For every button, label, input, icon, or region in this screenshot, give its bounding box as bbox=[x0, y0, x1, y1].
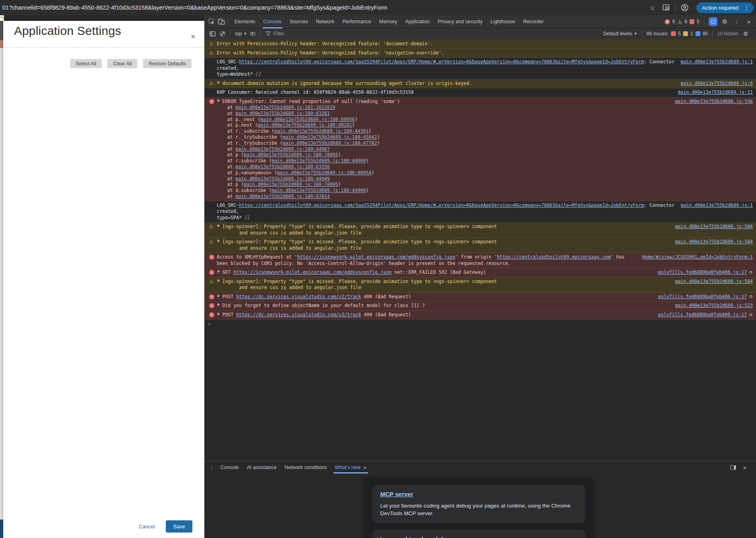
expand-triangle-icon[interactable] bbox=[218, 270, 220, 273]
stack-frame-link[interactable]: main.d08e13e755b2d689.js:180:60056 bbox=[260, 117, 355, 122]
warning-badge-icon[interactable]: ⚠ bbox=[677, 19, 682, 24]
source-file-link[interactable]: polyfills.fed6889ba0feb400.js:17 bbox=[658, 269, 747, 276]
drawer-tab-console[interactable]: Console bbox=[216, 461, 243, 473]
action-required-button[interactable]: Action required ⋮ bbox=[696, 2, 754, 13]
expand-triangle-icon[interactable] bbox=[218, 81, 220, 84]
console-link[interactable]: https://icsnewyork-pilot.epicorsaas.com/… bbox=[297, 254, 456, 260]
cancel-button[interactable]: Cancel bbox=[139, 524, 155, 530]
inspect-element-icon[interactable] bbox=[207, 17, 216, 26]
request-settings-icon[interactable]: ⚙ bbox=[749, 312, 753, 318]
stack-frame-link[interactable]: main.d08e13e755b2d689.js:180:49281 bbox=[258, 122, 352, 128]
source-file-link[interactable]: main.d08e13e755b2d689.js:1 bbox=[681, 59, 753, 65]
console-link[interactable]: https://dc.services.visualstudio.com/v2/… bbox=[236, 312, 361, 318]
expand-triangle-icon[interactable] bbox=[218, 99, 220, 102]
error-badge-icon[interactable]: ✕ bbox=[665, 19, 670, 24]
drawer-tab-close-icon[interactable]: × bbox=[363, 465, 367, 471]
console-link[interactable]: https://centralusdtpilot69.epicorsaas.co… bbox=[497, 254, 611, 260]
select-all-button[interactable]: Select All bbox=[70, 59, 102, 68]
tab-console[interactable]: Console bbox=[259, 15, 286, 28]
tab-performance[interactable]: Performance bbox=[339, 15, 375, 28]
bookmark-star-icon[interactable]: ☆ bbox=[649, 4, 655, 12]
expand-triangle-icon[interactable] bbox=[218, 239, 220, 243]
stack-frame-link[interactable]: main.d08e13e755b2d689.js:180:63256 bbox=[236, 164, 330, 170]
source-file-link[interactable]: main.d08e13e755b2d689.js:556 bbox=[675, 99, 753, 105]
request-settings-icon[interactable]: ⚙ bbox=[749, 294, 753, 300]
tab-sources[interactable]: Sources bbox=[286, 15, 312, 28]
stack-frame-link[interactable]: main.d08e13e755b2d689.js:180:44949 bbox=[236, 176, 330, 182]
stack-frame-link[interactable]: main.d08e13e755b2d689.js:180:67814 bbox=[236, 194, 330, 199]
expand-triangle-icon[interactable] bbox=[218, 312, 220, 316]
devtools-settings-icon[interactable]: ⚙ bbox=[720, 17, 730, 26]
console-prompt[interactable]: › bbox=[204, 320, 756, 328]
drawer-tab-network-conditions[interactable]: Network conditions bbox=[280, 461, 331, 473]
drawer-tab-what-s-new[interactable]: What's new× bbox=[331, 461, 371, 473]
context-selector[interactable]: top ▼ bbox=[235, 31, 247, 36]
live-expression-icon[interactable] bbox=[250, 32, 256, 36]
devtools-close-icon[interactable]: × bbox=[744, 17, 754, 26]
issues-badge-icon[interactable] bbox=[689, 19, 694, 24]
console-link[interactable]: https://icsnewyork-pilot.epicorsaas.com/… bbox=[234, 269, 392, 275]
console-link[interactable]: https://centralusdtpilot69.epicorsaas.co… bbox=[239, 202, 644, 208]
drawer-dock-icon[interactable] bbox=[730, 465, 736, 470]
tab-network[interactable]: Network bbox=[312, 15, 339, 28]
console-settings-icon[interactable]: ⚙ bbox=[741, 29, 750, 38]
stack-frame-link[interactable]: main.d08e13e755b2d689.js:180:44301 bbox=[274, 128, 369, 134]
side-search-icon[interactable] bbox=[663, 4, 670, 11]
whats-new-card-title-link[interactable]: MCP server bbox=[380, 491, 413, 498]
source-file-link[interactable]: main.d08e13e755b2d689.js:6 bbox=[681, 81, 753, 87]
filter-input[interactable]: Filter bbox=[274, 31, 284, 36]
source-file-link[interactable]: main.d08e13e755b2d689.js:11 bbox=[678, 89, 753, 96]
save-button[interactable]: Save bbox=[166, 520, 192, 532]
stack-frame-link[interactable]: main.d08e13e755b2d689.js:180:44987 bbox=[236, 146, 330, 152]
stack-frame-link[interactable]: main.d08e13e755b2d689.js:180:78095 bbox=[244, 182, 338, 187]
hidden-messages-label[interactable]: 10 hidden bbox=[717, 31, 738, 36]
expand-triangle-icon[interactable] bbox=[240, 215, 242, 218]
stack-frame-link[interactable]: main.d08e13e755b2d689.js:181:1622629 bbox=[236, 105, 335, 110]
console-sidebar-icon[interactable] bbox=[208, 29, 217, 38]
issues-summary-label[interactable]: 86 Issues: bbox=[647, 31, 669, 36]
drawer-close-icon[interactable]: × bbox=[740, 463, 750, 472]
expand-triangle-icon[interactable] bbox=[218, 224, 220, 227]
profile-icon[interactable] bbox=[681, 4, 689, 12]
stack-frame-link[interactable]: main.d08e13e755b2d689.js:180:47782 bbox=[282, 140, 377, 146]
whats-new-card-title-link[interactable]: Improved touch and drag bbox=[380, 536, 452, 538]
expand-triangle-icon[interactable] bbox=[251, 72, 253, 75]
expand-triangle-icon[interactable] bbox=[218, 279, 220, 282]
address-bar-url[interactable]: 01?channelid=658f9829-89ab-4550-8622-4f1… bbox=[0, 4, 646, 11]
stack-frame-link[interactable]: main.d08e13e755b2d689.js:180:44900 bbox=[272, 158, 366, 164]
tab-privacy-and-security[interactable]: Privacy and security bbox=[434, 15, 487, 28]
devtools-menu-icon[interactable]: ⋮ bbox=[732, 17, 742, 26]
restore-defaults-button[interactable]: Restore Defaults bbox=[143, 59, 192, 68]
source-file-link[interactable]: polyfills.fed6889ba0feb400.js:17 bbox=[658, 294, 747, 300]
stack-frame-link[interactable]: main.d08e13e755b2d689.js:180:78095 bbox=[244, 152, 338, 158]
console-array-preview[interactable]: [] bbox=[244, 215, 250, 220]
request-settings-icon[interactable]: ⚙ bbox=[749, 269, 753, 276]
source-file-link[interactable]: main.d08e13e755b2d689.js:584 bbox=[675, 224, 753, 230]
tab-lighthouse[interactable]: Lighthouse bbox=[486, 15, 519, 28]
clear-console-icon[interactable] bbox=[220, 31, 225, 36]
drawer-tab-ai-assistance[interactable]: AI assistance bbox=[243, 461, 280, 473]
console-link[interactable]: https://centralusdtpilot69.epicorsaas.co… bbox=[239, 59, 644, 65]
source-file-link[interactable]: main.d08e13e755b2d689.js:1 bbox=[681, 202, 753, 209]
tab-application[interactable]: Application bbox=[401, 15, 433, 28]
tab-recorder[interactable]: Recorder bbox=[519, 15, 548, 28]
browser-menu-icon[interactable]: ⋮ bbox=[742, 4, 751, 11]
console-array-preview[interactable]: [] bbox=[256, 71, 261, 77]
stack-frame-link[interactable]: main.d08e13e755b2d689.js:180:63281 bbox=[236, 111, 330, 116]
source-file-link[interactable]: polyfills.fed6889ba0feb400.js:17 bbox=[658, 312, 747, 318]
modal-close-icon[interactable]: × bbox=[191, 32, 196, 40]
tab-memory[interactable]: Memory bbox=[375, 15, 401, 28]
log-levels-dropdown[interactable]: Default levels ▼ bbox=[603, 31, 637, 36]
drawer-menu-icon[interactable]: ⋮ bbox=[207, 463, 216, 472]
source-file-link[interactable]: main.d08e13e755b2d689.js:584 bbox=[675, 239, 753, 245]
expand-triangle-icon[interactable] bbox=[218, 294, 220, 297]
device-toolbar-icon[interactable] bbox=[216, 17, 226, 26]
stack-frame-link[interactable]: main.d08e13e755b2d689.js:180:45042 bbox=[282, 134, 377, 140]
expand-triangle-icon[interactable] bbox=[218, 303, 220, 306]
source-file-link[interactable]: main.d08e13e755b2d689.js:523 bbox=[675, 303, 753, 309]
tab-elements[interactable]: Elements bbox=[230, 15, 259, 28]
devtools-assistant-icon[interactable] bbox=[709, 17, 718, 26]
stack-frame-link[interactable]: main.d08e13e755b2d689.js:180:80054 bbox=[277, 170, 371, 176]
source-file-link[interactable]: Home/#/view/JCGO3001…geId=JobEntryForm:1 bbox=[642, 254, 753, 261]
console-link[interactable]: https://dc.services.visualstudio.com/v2/… bbox=[236, 294, 361, 299]
